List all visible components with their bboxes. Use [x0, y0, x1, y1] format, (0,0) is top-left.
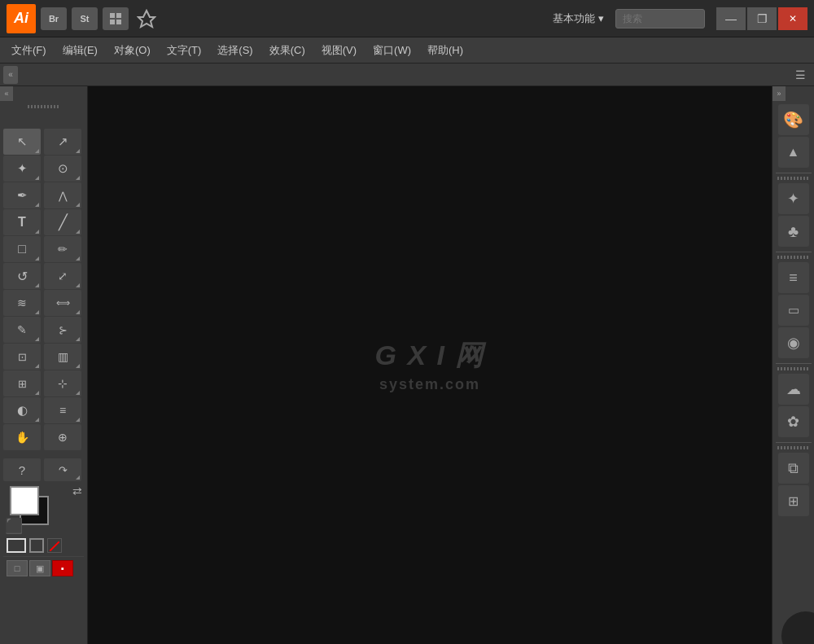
zoom-icon: ⊕	[58, 431, 68, 444]
eyedrop-icon: ✎	[17, 323, 27, 336]
question-tool[interactable]: ?	[3, 458, 41, 481]
left-panel-collapse[interactable]: «	[0, 86, 13, 101]
foreground-color-box[interactable]	[10, 486, 39, 515]
camera-icon: ⊡	[18, 351, 27, 363]
anchor-icon: ⋀	[59, 190, 68, 202]
svg-rect-0	[110, 13, 115, 18]
watermark: G X I 网 system.com	[375, 335, 485, 395]
menu-file[interactable]: 文件(F)	[3, 39, 55, 62]
lasso-icon: ⊙	[58, 161, 68, 176]
redo-tool[interactable]: ↷	[44, 458, 81, 481]
appearance-panel-button[interactable]: ▭	[778, 295, 809, 326]
scale-tool[interactable]: ⤢	[44, 263, 81, 289]
mesh-tool[interactable]: ⊹	[44, 370, 81, 396]
transparency-panel-button[interactable]: ◉	[778, 327, 809, 358]
crop-icon: ⊞	[18, 378, 27, 390]
rect-tool[interactable]: □	[3, 236, 41, 262]
color-reset-button[interactable]: ⬛	[5, 517, 23, 535]
selection-tool[interactable]	[3, 129, 41, 155]
color-swap-button[interactable]: ⇄	[72, 484, 82, 497]
app-logo: Ai	[7, 4, 36, 33]
artboards-panel-button[interactable]: ⊞	[778, 485, 809, 516]
graph-icon: ≡	[59, 404, 66, 417]
cc-panel-button[interactable]: ☁	[778, 374, 809, 405]
grid-button[interactable]	[103, 7, 129, 30]
eyedrop-tool[interactable]: ✎	[3, 317, 41, 343]
left-panel: « ✦ ⊙ ✒	[0, 86, 88, 644]
line-tool[interactable]: ╱	[44, 209, 81, 235]
menu-type[interactable]: 文字(T)	[159, 39, 210, 62]
redo-icon: ↷	[59, 464, 68, 476]
screen-mode-red[interactable]: ▪	[52, 560, 73, 576]
menu-help[interactable]: 帮助(H)	[419, 39, 471, 62]
menu-window[interactable]: 窗口(W)	[365, 39, 419, 62]
magic-icon: ✦	[17, 161, 28, 176]
close-button[interactable]: ✕	[778, 7, 807, 30]
graph-tool[interactable]: ≡	[44, 397, 81, 423]
hand-tool[interactable]: ✋	[3, 424, 41, 450]
shape-panel-button[interactable]: ▲	[778, 137, 809, 168]
color-section: ? ↷ ⬛ ⇄	[0, 453, 87, 580]
window-controls: — ❐ ✕	[716, 7, 807, 30]
pen-tool[interactable]: ✒	[3, 182, 41, 208]
text-icon: T	[18, 215, 26, 230]
fill-indicator[interactable]	[7, 538, 26, 553]
color-panel-button[interactable]: 🎨	[778, 104, 809, 135]
warp-icon: ≋	[17, 296, 27, 309]
screen-mode-full[interactable]: ▣	[29, 560, 50, 576]
style-panel-button[interactable]: ≡	[778, 262, 809, 293]
blend-tool[interactable]: ◐	[3, 397, 41, 423]
right-panel: » 🎨 ▲ ✦ ♣ ≡ ▭ ◉ ☁ ✿ ⧉ ⊞	[772, 86, 814, 644]
pen-icon: ✒	[17, 188, 28, 203]
minimize-button[interactable]: —	[716, 7, 746, 30]
effects-panel-button[interactable]: ✿	[778, 406, 809, 437]
menu-select[interactable]: 选择(S)	[209, 39, 260, 62]
mesh-icon: ⊹	[58, 377, 68, 390]
chart-tool[interactable]: ▥	[44, 344, 81, 370]
rect-icon: □	[18, 242, 26, 256]
restore-button[interactable]: ❐	[747, 7, 777, 30]
width-tool[interactable]: ⟺	[44, 290, 81, 316]
right-panel-collapse[interactable]: »	[772, 86, 786, 101]
watermark-line2: system.com	[375, 375, 485, 395]
rotate-tool[interactable]: ↺	[3, 263, 41, 289]
menu-view[interactable]: 视图(V)	[313, 39, 365, 62]
crop-tool[interactable]: ⊞	[3, 370, 41, 396]
blend-icon: ◐	[17, 403, 28, 418]
measure-tool[interactable]: ⊱	[44, 317, 81, 343]
question-icon: ?	[19, 463, 25, 477]
magic-wand-tool[interactable]: ✦	[3, 156, 41, 182]
menu-effect[interactable]: 效果(C)	[261, 39, 313, 62]
none-indicator[interactable]	[47, 538, 62, 553]
direct-icon	[58, 134, 68, 149]
workspace-selector[interactable]: 基本功能 ▾	[546, 8, 610, 29]
layers-panel-button[interactable]: ⧉	[778, 453, 809, 484]
zoom-tool[interactable]: ⊕	[44, 424, 81, 450]
screen-mode-normal[interactable]: □	[7, 560, 28, 576]
symbol-panel-button[interactable]: ♣	[778, 216, 809, 247]
menu-edit[interactable]: 编辑(E)	[55, 39, 106, 62]
menu-object[interactable]: 对象(O)	[106, 39, 159, 62]
canvas-background: G X I 网 system.com	[88, 86, 772, 644]
brush-button[interactable]	[133, 7, 160, 30]
direct-select-tool[interactable]	[44, 129, 81, 155]
svg-rect-1	[116, 13, 121, 18]
search-input[interactable]	[615, 9, 705, 28]
menu-bar: 文件(F) 编辑(E) 对象(O) 文字(T) 选择(S) 效果(C) 视图(V…	[0, 37, 814, 64]
watermark-line1: G X I 网	[375, 335, 485, 375]
line-icon: ╱	[59, 213, 68, 231]
text-tool[interactable]: T	[3, 209, 41, 235]
stroke-indicator[interactable]	[29, 538, 44, 553]
bridge-button[interactable]: Br	[41, 7, 67, 30]
brush-panel-button[interactable]: ✦	[778, 183, 809, 214]
select-icon	[17, 134, 28, 149]
lasso-tool[interactable]: ⊙	[44, 156, 81, 182]
warp-tool[interactable]: ≋	[3, 290, 41, 316]
slice-tool[interactable]: ⊡	[3, 344, 41, 370]
anchor-tool[interactable]: ⋀	[44, 182, 81, 208]
toolbar-collapse-button[interactable]: «	[3, 66, 18, 84]
pencil-tool[interactable]: ✏	[44, 236, 81, 262]
title-bar: Ai Br St 基本功能 ▾ — ❐ ✕	[0, 0, 814, 37]
toolbar-menu-icon[interactable]: ☰	[790, 67, 811, 83]
stock-button[interactable]: St	[72, 7, 98, 30]
